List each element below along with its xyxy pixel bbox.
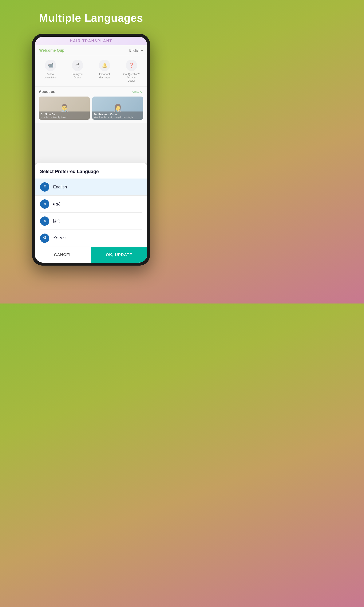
language-modal: Select Preferred Language E English म मर… <box>35 163 147 263</box>
language-option-hindi[interactable]: ह हिन्दी <box>40 213 142 230</box>
language-option-english[interactable]: E English <box>35 179 147 196</box>
doctor-info-nitin: Dr. Nitin Jain Is an internationally tra… <box>39 111 90 120</box>
ok-update-button[interactable]: OK, UPDATE <box>91 247 147 263</box>
action-label-ask: Got Question? Ask your Doctor <box>123 73 140 83</box>
lang-name-english: English <box>53 185 67 189</box>
about-us-section: About us View All 👨‍⚕️ Dr. Nitin Jain Is… <box>35 87 147 123</box>
language-option-telugu[interactable]: త తెలుగు <box>40 230 142 247</box>
action-from-doctor[interactable]: From your Doctor <box>69 60 86 83</box>
about-us-title: About us <box>39 90 55 94</box>
page-title: Multiple Languages <box>39 12 143 24</box>
view-all-link[interactable]: View All <box>132 90 143 93</box>
language-option-marathi[interactable]: म मराठी <box>40 196 142 213</box>
question-icon: ❓ <box>126 60 137 71</box>
lang-name-marathi: मराठी <box>53 202 62 207</box>
doctor-desc-pradeep: Voted as the best young dermatologist... <box>94 116 142 119</box>
svg-point-2 <box>78 66 79 67</box>
doctor-card-pradeep[interactable]: 👩‍⚕️ Dr. Pradeep Kumari Voted as the bes… <box>92 96 143 120</box>
lang-name-telugu: తెలుగు <box>53 236 66 241</box>
app-background: HAIR TRANSPLANT Welcome Qup English 📹 Vi… <box>35 37 147 163</box>
svg-line-4 <box>77 64 78 65</box>
quick-actions: 📹 Video consultation From your Doctor 🔔 … <box>35 56 147 87</box>
modal-title: Select Preferred Language <box>40 169 142 174</box>
hair-transplant-banner: HAIR TRANSPLANT <box>35 37 147 45</box>
cancel-button[interactable]: CANCEL <box>35 247 91 263</box>
action-label-messages: Important Messages <box>96 73 113 79</box>
app-header-bar: Welcome Qup English <box>35 45 147 56</box>
lang-avatar-telugu: త <box>40 234 49 243</box>
action-label-doctor: From your Doctor <box>69 73 86 79</box>
action-video-consultation[interactable]: 📹 Video consultation <box>42 60 59 83</box>
action-label-video: Video consultation <box>42 73 59 79</box>
action-messages[interactable]: 🔔 Important Messages <box>96 60 113 83</box>
welcome-text: Welcome Qup <box>39 48 65 53</box>
doctor-desc-nitin: Is an internationally trained... <box>40 116 88 119</box>
action-ask-doctor[interactable]: ❓ Got Question? Ask your Doctor <box>123 60 140 83</box>
video-icon: 📹 <box>45 60 56 71</box>
share-icon <box>72 60 83 71</box>
svg-line-3 <box>77 66 78 66</box>
doctor-card-nitin[interactable]: 👨‍⚕️ Dr. Nitin Jain Is an internationall… <box>39 96 90 120</box>
doctors-row: 👨‍⚕️ Dr. Nitin Jain Is an internationall… <box>39 96 143 120</box>
lang-avatar-hindi: ह <box>40 216 49 226</box>
about-us-header: About us View All <box>39 90 143 94</box>
svg-point-1 <box>76 65 77 66</box>
doctor-name-pradeep: Dr. Pradeep Kumari <box>94 113 142 116</box>
chevron-down-icon <box>141 49 143 51</box>
current-language-label: English <box>129 49 140 53</box>
modal-actions: CANCEL OK, UPDATE <box>35 247 147 263</box>
doctor-info-pradeep: Dr. Pradeep Kumari Voted as the best you… <box>92 111 143 120</box>
lang-name-hindi: हिन्दी <box>53 219 61 224</box>
lang-avatar-english: E <box>40 182 49 192</box>
doctor-name-nitin: Dr. Nitin Jain <box>40 113 88 116</box>
svg-point-0 <box>78 64 79 65</box>
lang-avatar-marathi: म <box>40 199 49 209</box>
phone-frame: HAIR TRANSPLANT Welcome Qup English 📹 Vi… <box>32 34 150 265</box>
phone-screen: HAIR TRANSPLANT Welcome Qup English 📹 Vi… <box>35 37 147 263</box>
lang-selector[interactable]: English <box>129 49 143 53</box>
bell-icon: 🔔 <box>99 60 110 71</box>
